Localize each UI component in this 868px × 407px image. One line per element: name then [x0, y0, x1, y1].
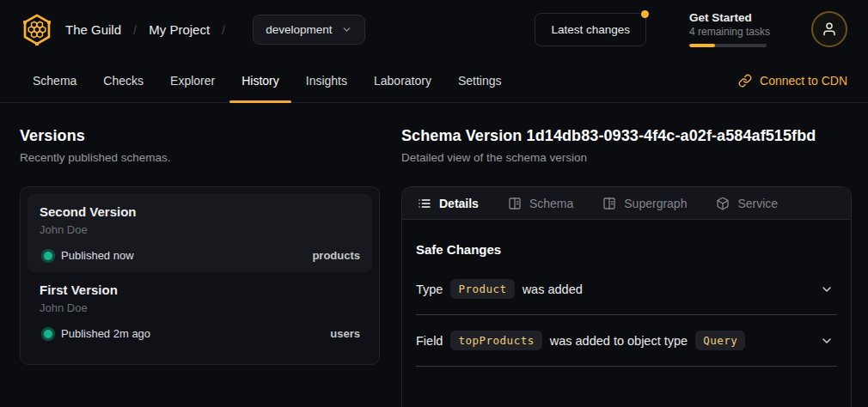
tab-laboratory[interactable]: Laboratory: [362, 58, 443, 102]
changes-list: TypeProductwas addedFieldtopProductswas …: [416, 264, 837, 367]
detail-tab-supergraph[interactable]: Supergraph: [602, 197, 687, 210]
environment-select[interactable]: development: [253, 15, 364, 45]
change-description: FieldtopProductswas added to object type…: [416, 331, 745, 350]
primary-nav: SchemaChecksExplorerHistoryInsightsLabor…: [0, 58, 868, 103]
connect-to-cdn-label: Connect to CDN: [760, 74, 847, 88]
schema-version-title: Schema Version 1d14db83-0933-4f4c-a02f-a…: [401, 127, 852, 145]
versions-list: Second VersionJohn DoePublished nowprodu…: [20, 186, 380, 365]
change-row[interactable]: TypeProductwas added: [416, 264, 837, 315]
breadcrumb-org[interactable]: The Guild: [65, 22, 121, 37]
change-text: Field: [416, 334, 443, 348]
main-content: Versions Recently published schemas. Sec…: [0, 103, 868, 407]
detail-tab-label: Service: [737, 197, 778, 210]
version-name: First Version: [40, 282, 360, 297]
get-started-subtitle: 4 remaining tasks: [689, 26, 770, 38]
safe-changes-heading: Safe Changes: [416, 242, 837, 257]
latest-changes-label: Latest changes: [551, 23, 630, 36]
detail-tab-label: Details: [439, 197, 479, 210]
versions-column: Versions Recently published schemas. Sec…: [20, 120, 380, 407]
version-meta-row: Published nowproducts: [40, 249, 360, 262]
cube-icon: [716, 197, 730, 210]
notification-dot: [641, 10, 649, 18]
service-name: products: [312, 249, 360, 262]
get-started-progress: [689, 44, 767, 47]
published-status-dot: [44, 330, 52, 338]
version-name: Second Version: [40, 204, 360, 219]
tab-history[interactable]: History: [229, 58, 291, 102]
breadcrumb-project[interactable]: My Project: [149, 22, 210, 37]
chevron-down-icon: [820, 282, 834, 296]
detail-tab-schema[interactable]: Schema: [508, 197, 573, 210]
list-icon: [418, 197, 431, 210]
expand-change-button[interactable]: [818, 281, 835, 298]
code-chip: topProducts: [450, 331, 541, 350]
change-row[interactable]: FieldtopProductswas added to object type…: [416, 315, 837, 367]
published-status-label: Published 2m ago: [61, 327, 150, 340]
tab-explorer[interactable]: Explorer: [158, 58, 227, 102]
version-author: John Doe: [40, 223, 360, 236]
detail-tab-details[interactable]: Details: [418, 197, 479, 210]
service-name: users: [330, 327, 360, 340]
top-header: The Guild / My Project / development Lat…: [0, 0, 868, 58]
detail-tab-label: Supergraph: [624, 197, 687, 210]
tab-checks[interactable]: Checks: [91, 58, 156, 102]
code-chip: Query: [695, 331, 745, 350]
version-detail-tabs: DetailsSchemaSupergraphService: [402, 187, 851, 220]
version-meta-row: Published 2m agousers: [40, 327, 360, 340]
latest-changes-button[interactable]: Latest changes: [535, 13, 646, 46]
primary-nav-tabs: SchemaChecksExplorerHistoryInsightsLabor…: [21, 58, 517, 102]
tab-schema[interactable]: Schema: [21, 58, 89, 102]
columns-icon: [508, 197, 522, 210]
version-author: John Doe: [40, 301, 360, 314]
code-chip: Product: [450, 279, 514, 299]
version-detail-panel: DetailsSchemaSupergraphService Safe Chan…: [401, 186, 852, 407]
detail-tab-service[interactable]: Service: [716, 197, 778, 210]
get-started-widget[interactable]: Get Started 4 remaining tasks: [689, 11, 770, 47]
link-icon: [738, 74, 752, 88]
version-detail-body: Safe Changes TypeProductwas addedFieldto…: [402, 220, 851, 367]
get-started-progress-fill: [689, 44, 715, 47]
change-text: was added: [523, 282, 583, 296]
person-icon: [822, 21, 837, 37]
chevron-down-icon: [341, 24, 352, 35]
tab-settings[interactable]: Settings: [446, 58, 514, 102]
version-item[interactable]: First VersionJohn DoePublished 2m agouse…: [28, 272, 372, 350]
get-started-title: Get Started: [689, 11, 770, 24]
version-detail-column: Schema Version 1d14db83-0933-4f4c-a02f-a…: [401, 120, 852, 407]
guild-logo-icon[interactable]: [21, 13, 53, 46]
detail-tab-label: Schema: [529, 197, 573, 210]
expand-change-button[interactable]: [818, 332, 835, 349]
published-status-dot: [44, 252, 52, 260]
connect-to-cdn-link[interactable]: Connect to CDN: [726, 58, 859, 102]
chevron-down-icon: [820, 334, 834, 348]
schema-version-subtitle: Detailed view of the schema version: [401, 151, 852, 164]
version-item[interactable]: Second VersionJohn DoePublished nowprodu…: [28, 194, 372, 272]
published-status-label: Published now: [61, 249, 134, 262]
columns-icon: [602, 197, 616, 210]
change-text: was added to object type: [550, 334, 688, 348]
user-avatar[interactable]: [811, 11, 847, 47]
versions-title: Versions: [20, 127, 380, 145]
environment-select-value: development: [266, 23, 332, 36]
breadcrumb-separator: /: [222, 22, 225, 37]
versions-subtitle: Recently published schemas.: [20, 151, 380, 164]
breadcrumb-separator: /: [133, 22, 137, 37]
change-description: TypeProductwas added: [416, 279, 583, 299]
tab-insights[interactable]: Insights: [294, 58, 359, 102]
change-text: Type: [416, 282, 443, 296]
